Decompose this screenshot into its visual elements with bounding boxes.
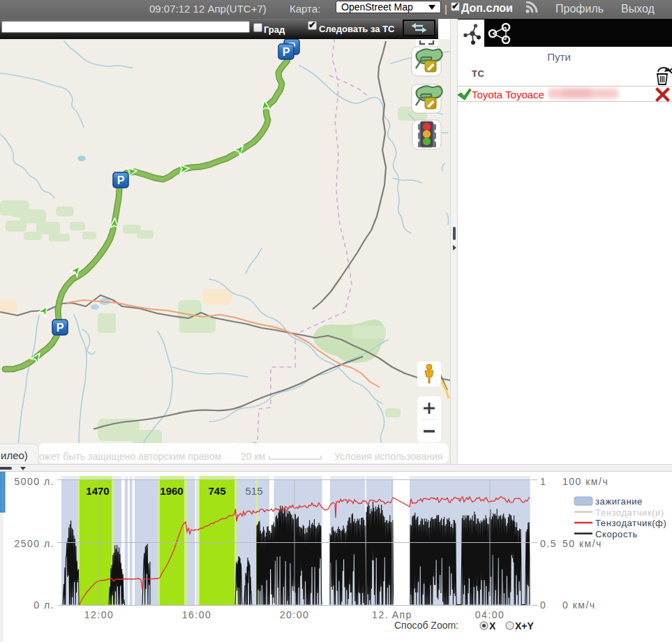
svg-text:5000 л.: 5000 л. (14, 476, 54, 487)
svg-text:16:00: 16:00 (182, 609, 212, 620)
svg-text:1: 1 (540, 476, 546, 487)
svg-text:2500 л.: 2500 л. (14, 538, 54, 549)
svg-text:Способ Zoom:: Способ Zoom: (394, 620, 458, 631)
svg-text:Тензодатчик(ф): Тензодатчик(ф) (595, 518, 666, 528)
svg-text:20:00: 20:00 (280, 609, 310, 620)
svg-text:50 км/ч: 50 км/ч (562, 538, 602, 549)
svg-text:P: P (283, 46, 290, 58)
svg-text:P: P (117, 174, 125, 186)
svg-text:745: 745 (208, 485, 225, 497)
svg-text:20 км: 20 км (241, 451, 265, 462)
svg-text:0: 0 (540, 599, 546, 611)
svg-text:04:00: 04:00 (475, 609, 505, 620)
svg-text:0 км/ч: 0 км/ч (562, 599, 596, 611)
svg-text:0.5: 0.5 (540, 538, 557, 549)
svg-text:зажигание: зажигание (595, 496, 643, 507)
svg-text:X: X (489, 620, 496, 632)
svg-text:0 л.: 0 л. (33, 599, 54, 611)
svg-text:515: 515 (245, 485, 262, 497)
svg-text:Условия использования: Условия использования (334, 451, 442, 462)
svg-text:P: P (57, 322, 64, 334)
svg-text:100 км/ч: 100 км/ч (562, 476, 608, 487)
svg-text:1960: 1960 (160, 485, 183, 497)
svg-text:X+Y: X+Y (515, 620, 535, 632)
svg-text:илео): илео) (1, 449, 28, 461)
svg-text:Скорость: Скорость (595, 529, 638, 539)
svg-text:1470: 1470 (86, 485, 109, 497)
svg-text:12. Aпр: 12. Aпр (372, 609, 412, 620)
svg-text:Тензодатчик(и): Тензодатчик(и) (595, 507, 664, 518)
svg-text:12:00: 12:00 (84, 609, 114, 620)
